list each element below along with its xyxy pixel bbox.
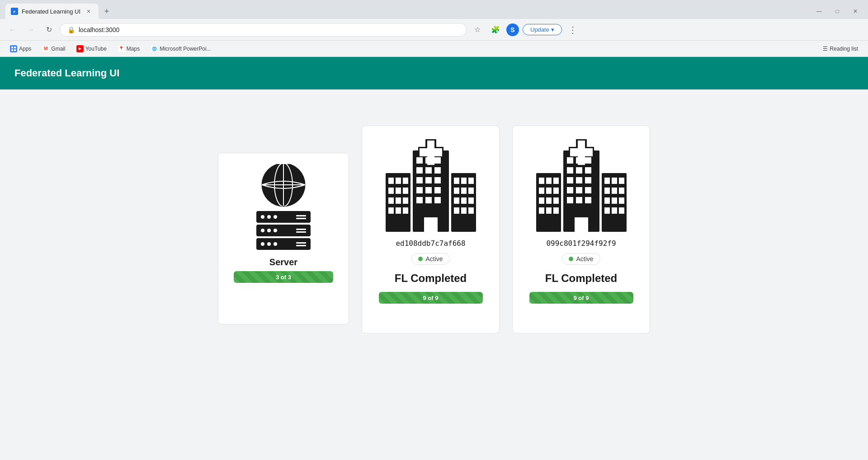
- new-tab-button[interactable]: +: [100, 5, 113, 18]
- app-header-title: Federated Learning UI: [14, 67, 119, 79]
- back-button[interactable]: ←: [5, 23, 20, 37]
- svg-rect-91: [575, 217, 588, 232]
- svg-rect-87: [585, 187, 591, 193]
- svg-rect-41: [416, 197, 423, 203]
- svg-rect-22: [396, 207, 401, 214]
- client-2-fl-status: FL Completed: [545, 272, 618, 285]
- title-bar: F Federated Learning UI × + — □ ✕: [0, 0, 868, 19]
- more-options-button[interactable]: ⋮: [566, 23, 580, 37]
- hospital-icon-area-1: [386, 137, 476, 232]
- svg-rect-104: [619, 207, 624, 214]
- youtube-label: YouTube: [85, 46, 107, 52]
- lock-icon: 🔒: [67, 26, 75, 33]
- server-dot: [274, 242, 277, 246]
- server-lines: [296, 242, 306, 246]
- server-unit-3: [256, 238, 311, 250]
- server-dot: [267, 229, 271, 232]
- server-line: [296, 215, 306, 216]
- svg-rect-59: [539, 178, 544, 184]
- server-line: [296, 231, 306, 233]
- svg-rect-65: [539, 197, 544, 204]
- svg-rect-88: [567, 197, 573, 203]
- active-tab[interactable]: F Federated Learning UI ×: [5, 4, 99, 19]
- svg-rect-84: [585, 177, 591, 183]
- server-dot: [261, 215, 264, 219]
- forward-button[interactable]: →: [24, 23, 38, 37]
- minimize-button[interactable]: —: [812, 7, 826, 16]
- maps-icon: 📍: [118, 45, 125, 52]
- svg-rect-55: [454, 207, 459, 214]
- svg-rect-49: [454, 188, 459, 194]
- client-2-status-label: Active: [576, 255, 593, 263]
- bookmark-apps[interactable]: Apps: [5, 43, 36, 54]
- client-1-progress-container: 9 of 9: [379, 292, 483, 304]
- bookmark-powerpoint[interactable]: 🌐 Microsoft PowerPoi...: [146, 43, 215, 54]
- bookmark-star-button[interactable]: ☆: [470, 23, 485, 37]
- status-dot-1: [418, 257, 423, 261]
- server-icon-area: [256, 164, 311, 250]
- hospital-svg-2: [536, 137, 627, 232]
- server-dot: [261, 242, 264, 246]
- browser-frame: F Federated Learning UI × + — □ ✕ ← → ↻ …: [0, 0, 868, 57]
- svg-rect-81: [585, 167, 591, 174]
- refresh-icon: ↻: [46, 25, 52, 34]
- server-line: [296, 245, 306, 246]
- server-dot: [274, 215, 277, 219]
- address-bar[interactable]: 🔒 localhost:3000: [60, 23, 467, 37]
- svg-rect-70: [553, 207, 559, 214]
- bookmark-gmail[interactable]: M Gmail: [38, 43, 70, 54]
- svg-rect-4: [11, 49, 13, 51]
- svg-rect-64: [553, 188, 559, 194]
- svg-rect-30: [425, 157, 432, 164]
- svg-rect-51: [468, 188, 474, 194]
- gmail-label: Gmail: [51, 46, 65, 52]
- maps-label: Maps: [127, 46, 140, 52]
- svg-rect-95: [619, 178, 624, 184]
- svg-rect-101: [619, 197, 624, 204]
- svg-rect-56: [461, 207, 467, 214]
- hospital-svg-1: [386, 137, 476, 232]
- close-button[interactable]: ✕: [848, 7, 863, 16]
- svg-text:F: F: [14, 10, 16, 14]
- svg-rect-60: [546, 178, 552, 184]
- reading-list-icon: ☰: [823, 46, 828, 52]
- update-button[interactable]: Update ▾: [523, 24, 562, 35]
- svg-rect-90: [585, 197, 591, 203]
- client-2-status-badge: Active: [562, 253, 600, 265]
- svg-rect-38: [416, 187, 423, 193]
- reading-list-button[interactable]: ☰ Reading list: [818, 44, 863, 54]
- svg-rect-42: [425, 197, 432, 203]
- extensions-button[interactable]: 🧩: [488, 23, 503, 37]
- svg-rect-48: [468, 178, 474, 184]
- star-icon: ☆: [474, 25, 481, 34]
- maximize-button[interactable]: □: [830, 7, 844, 16]
- svg-rect-97: [612, 188, 617, 194]
- refresh-button[interactable]: ↻: [42, 23, 56, 37]
- tab-close-button[interactable]: ×: [84, 7, 93, 16]
- svg-rect-18: [388, 197, 394, 204]
- powerpoint-icon: 🌐: [151, 45, 158, 52]
- profile-button[interactable]: S: [506, 23, 519, 36]
- svg-rect-20: [403, 197, 408, 204]
- server-icon: [256, 164, 311, 250]
- client-card-2: 099c801f294f92f9 Active FL Completed 9 o…: [512, 126, 650, 333]
- client-1-progress-bar: 9 of 9: [379, 292, 483, 304]
- client-2-progress-text: 9 of 9: [574, 295, 589, 301]
- svg-rect-100: [612, 197, 617, 204]
- tab-favicon: F: [11, 8, 18, 15]
- forward-icon: →: [27, 26, 34, 34]
- svg-rect-67: [553, 197, 559, 204]
- svg-rect-99: [604, 197, 610, 204]
- client-1-id: ed108ddb7c7af668: [396, 239, 465, 248]
- svg-rect-19: [396, 197, 401, 204]
- svg-rect-39: [425, 187, 432, 193]
- svg-rect-102: [604, 207, 610, 214]
- bookmark-maps[interactable]: 📍 Maps: [113, 43, 144, 54]
- client-2-progress-container: 9 of 9: [529, 292, 633, 304]
- svg-rect-40: [434, 187, 441, 193]
- bookmarks-bar: Apps M Gmail ▶ YouTube 📍 Maps 🌐 Microsof…: [0, 41, 868, 57]
- server-lines: [296, 229, 306, 233]
- svg-rect-47: [461, 178, 467, 184]
- bookmark-youtube[interactable]: ▶ YouTube: [72, 43, 111, 54]
- address-text: localhost:3000: [79, 26, 119, 33]
